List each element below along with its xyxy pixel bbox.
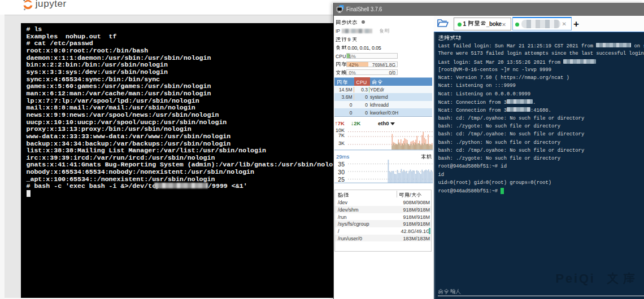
svg-text:jupyter: jupyter — [35, 0, 67, 9]
